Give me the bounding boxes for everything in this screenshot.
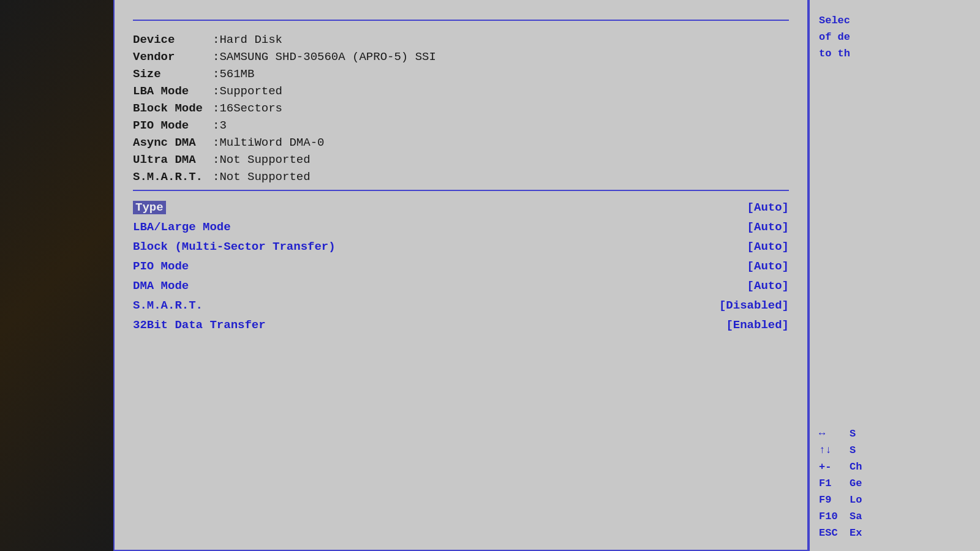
setting-label: DMA Mode	[133, 279, 189, 293]
help-text: Selec of de to th	[819, 12, 971, 62]
key-symbol: ↑↓	[819, 444, 850, 456]
info-label: Async DMA	[133, 136, 213, 149]
device-info-row: PIO Mode:3	[133, 119, 789, 132]
device-info-row: LBA Mode:Supported	[133, 84, 789, 98]
key-description: Ex	[850, 527, 862, 539]
bios-main-panel: Device:Hard DiskVendor:SAMSUNG SHD-30560…	[113, 0, 809, 551]
setting-value: [Auto]	[747, 279, 789, 293]
key-description: Ch	[850, 461, 862, 473]
key-description: Sa	[850, 511, 862, 522]
info-label: Block Mode	[133, 102, 213, 115]
key-description: S	[850, 428, 856, 440]
device-info-row: S.M.A.R.T.:Not Supported	[133, 170, 789, 184]
help-line-1: Selec	[819, 15, 850, 26]
device-info-row: Ultra DMA:Not Supported	[133, 153, 789, 167]
device-info-section: Device:Hard DiskVendor:SAMSUNG SHD-30560…	[133, 33, 789, 184]
setting-value: [Auto]	[747, 260, 789, 273]
device-info-row: Device:Hard Disk	[133, 33, 789, 47]
info-value: :3	[213, 119, 227, 132]
info-value: :Not Supported	[213, 170, 311, 184]
setting-row[interactable]: Type[Auto]	[133, 201, 789, 214]
help-line-2: of de	[819, 31, 850, 43]
setting-row[interactable]: Block (Multi-Sector Transfer)[Auto]	[133, 240, 789, 253]
device-info-row: Vendor:SAMSUNG SHD-30560A (APRO-5) SSI	[133, 50, 789, 64]
main-content-area: Device:Hard DiskVendor:SAMSUNG SHD-30560…	[115, 0, 807, 550]
top-divider	[133, 20, 789, 21]
setting-row[interactable]: S.M.A.R.T.[Disabled]	[133, 299, 789, 312]
setting-value: [Auto]	[747, 240, 789, 253]
setting-value: [Auto]	[747, 220, 789, 234]
key-symbol: ↔	[819, 428, 850, 440]
setting-label: PIO Mode	[133, 260, 189, 273]
setting-label: LBA/Large Mode	[133, 220, 231, 234]
key-legend-row: ↑↓S	[819, 444, 971, 456]
settings-section: Type[Auto]LBA/Large Mode[Auto]Block (Mul…	[133, 190, 789, 332]
info-label: PIO Mode	[133, 119, 213, 132]
key-symbol: F10	[819, 511, 850, 522]
info-value: :561MB	[213, 67, 254, 81]
setting-row[interactable]: 32Bit Data Transfer[Enabled]	[133, 318, 789, 332]
info-value: :Hard Disk	[213, 33, 282, 47]
setting-label: 32Bit Data Transfer	[133, 318, 266, 332]
info-label: LBA Mode	[133, 84, 213, 98]
info-value: :Supported	[213, 84, 282, 98]
settings-divider	[133, 190, 789, 191]
right-help-panel: Selec of de to th ↔S↑↓S+-ChF1GeF9LoF10Sa…	[809, 0, 980, 551]
setting-value: [Enabled]	[726, 318, 789, 332]
setting-row[interactable]: PIO Mode[Auto]	[133, 260, 789, 273]
device-info-row: Async DMA:MultiWord DMA-0	[133, 136, 789, 149]
info-value: :MultiWord DMA-0	[213, 136, 324, 149]
key-symbol: +-	[819, 461, 850, 473]
setting-label: Type	[133, 201, 166, 214]
key-symbol: ESC	[819, 527, 850, 539]
help-line-3: to th	[819, 48, 850, 59]
setting-value: [Disabled]	[719, 299, 789, 312]
left-dark-area	[0, 0, 113, 551]
key-symbol: F1	[819, 478, 850, 489]
key-description: Lo	[850, 494, 862, 506]
info-value: :Not Supported	[213, 153, 311, 167]
key-description: S	[850, 444, 856, 456]
setting-label: Block (Multi-Sector Transfer)	[133, 240, 336, 253]
setting-row[interactable]: DMA Mode[Auto]	[133, 279, 789, 293]
key-legend-row: ESCEx	[819, 527, 971, 539]
setting-value: [Auto]	[747, 201, 789, 214]
device-info-row: Size:561MB	[133, 67, 789, 81]
key-legend-row: F10Sa	[819, 511, 971, 522]
info-label: Vendor	[133, 50, 213, 64]
key-legend-row: ↔S	[819, 428, 971, 440]
setting-label: S.M.A.R.T.	[133, 299, 203, 312]
info-label: Device	[133, 33, 213, 47]
info-value: :SAMSUNG SHD-30560A (APRO-5) SSI	[213, 50, 436, 64]
info-label: S.M.A.R.T.	[133, 170, 213, 184]
info-label: Ultra DMA	[133, 153, 213, 167]
key-legend-row: F1Ge	[819, 478, 971, 489]
device-info-row: Block Mode:16Sectors	[133, 102, 789, 115]
key-legend-row: F9Lo	[819, 494, 971, 506]
key-legend-row: +-Ch	[819, 461, 971, 473]
info-label: Size	[133, 67, 213, 81]
key-symbol: F9	[819, 494, 850, 506]
key-legend: ↔S↑↓S+-ChF1GeF9LoF10SaESCEx	[819, 428, 971, 539]
info-value: :16Sectors	[213, 102, 282, 115]
setting-row[interactable]: LBA/Large Mode[Auto]	[133, 220, 789, 234]
key-description: Ge	[850, 478, 862, 489]
